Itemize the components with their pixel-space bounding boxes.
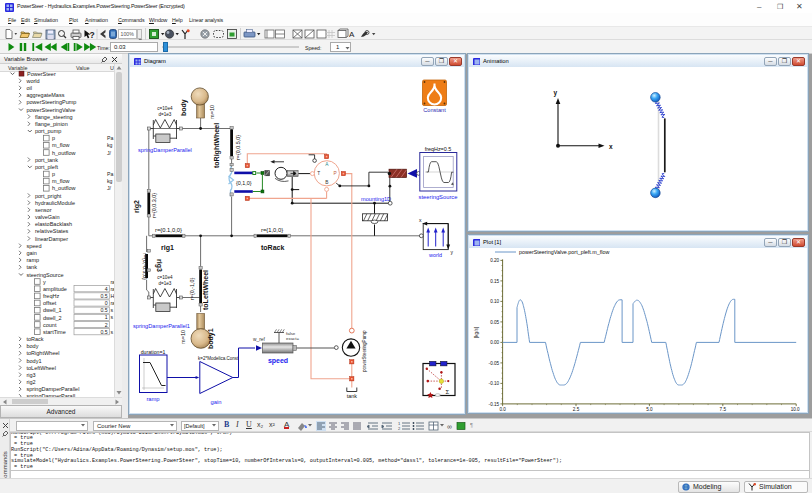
svg-text:y: y — [43, 279, 46, 285]
svg-text:s: s — [110, 314, 113, 320]
svg-text:Σ: Σ — [446, 389, 450, 395]
svg-text:gain: gain — [27, 250, 37, 256]
svg-text:w_ref: w_ref — [253, 337, 265, 342]
svg-text:10.0: 10.0 — [791, 407, 800, 411]
svg-text:r={0,0.3,0}: r={0,0.3,0} — [151, 193, 157, 218]
svg-text:7.5: 7.5 — [720, 407, 727, 411]
svg-text:springDamperParallel1: springDamperParallel1 — [133, 323, 190, 329]
svg-text:k=2*Modelica.Const: k=2*Modelica.Const — [198, 356, 239, 361]
svg-text:tank: tank — [347, 393, 357, 399]
svg-text:h_outflow: h_outflow — [52, 150, 76, 156]
svg-text:-0.10: -0.10 — [489, 381, 500, 386]
svg-text:exact=: exact= — [286, 336, 299, 341]
svg-text:toRightWheel: toRightWheel — [27, 350, 60, 356]
svg-text:rig2: rig2 — [133, 200, 141, 213]
svg-text:false: false — [286, 331, 296, 336]
svg-text:m=10: m=10 — [209, 105, 215, 119]
svg-text:P: P — [334, 171, 337, 176]
svg-text:2.5: 2.5 — [573, 407, 580, 411]
svg-text:∞: ∞ — [447, 423, 452, 430]
svg-text:5.0: 5.0 — [646, 407, 653, 411]
svg-text:body: body — [27, 343, 39, 349]
svg-text:port_pleft: port_pleft — [35, 164, 58, 170]
svg-text:2: 2 — [105, 322, 108, 328]
svg-text:powerSteeringValve: powerSteeringValve — [27, 107, 76, 113]
svg-text:steeringSource: steeringSource — [27, 272, 64, 278]
svg-text:kg: kg — [107, 142, 113, 148]
svg-text:PowerSteer: PowerSteer — [27, 71, 56, 77]
svg-text:dwell_2: dwell_2 — [43, 315, 62, 321]
svg-text:toLeftWheel: toLeftWheel — [202, 270, 209, 310]
svg-text:Pa: Pa — [107, 135, 113, 141]
svg-text:1: 1 — [105, 314, 108, 320]
svg-text:flange_steering: flange_steering — [35, 114, 73, 120]
svg-text:world: world — [428, 252, 442, 258]
svg-text:s: s — [110, 329, 113, 335]
svg-text:port_pump: port_pump — [35, 128, 61, 134]
svg-text:p: p — [52, 171, 55, 177]
svg-text:r={1,0,0}: r={1,0,0} — [261, 227, 283, 233]
svg-text:y: y — [554, 89, 558, 97]
svg-text:J/: J/ — [107, 150, 112, 156]
svg-text:tank: tank — [27, 264, 38, 270]
svg-text:mounting1D: mounting1D — [361, 196, 391, 202]
svg-text:{0,1,0}: {0,1,0} — [236, 180, 252, 186]
svg-text:0.15: 0.15 — [490, 279, 499, 284]
svg-text:ramp: ramp — [146, 396, 159, 402]
svg-text:toRack: toRack — [27, 336, 44, 342]
svg-text:toRack: toRack — [261, 244, 284, 251]
svg-text:r={0.1,0,0}: r={0.1,0,0} — [155, 227, 182, 233]
svg-text:body1: body1 — [207, 328, 215, 349]
svg-text:flange_pinion: flange_pinion — [35, 121, 68, 127]
svg-text:body: body — [180, 99, 188, 116]
svg-text:0: 0 — [105, 300, 108, 306]
svg-text:linearDamper: linearDamper — [35, 236, 68, 242]
svg-text:h_outflow: h_outflow — [52, 185, 76, 191]
svg-text:0.20: 0.20 — [490, 258, 499, 263]
svg-text:speed: speed — [27, 243, 42, 249]
svg-text:powerSteeringPump: powerSteeringPump — [362, 330, 367, 372]
svg-text:0.05: 0.05 — [490, 320, 499, 325]
svg-text:p: p — [52, 135, 55, 141]
svg-text:d=1e3: d=1e3 — [158, 281, 171, 286]
svg-text:0.5: 0.5 — [100, 307, 107, 313]
svg-text:0.0: 0.0 — [499, 407, 506, 411]
svg-text:valveGain: valveGain — [35, 214, 59, 220]
svg-text:r={0,-1,0}: r={0,-1,0} — [189, 277, 195, 300]
svg-text:[kg/s]: [kg/s] — [474, 327, 479, 338]
svg-text:freqHz=0.5: freqHz=0.5 — [425, 146, 452, 152]
svg-text:4: 4 — [105, 286, 108, 292]
svg-text:r={0,0.5,0}: r={0,0.5,0} — [235, 135, 241, 160]
svg-text:-0.15: -0.15 — [489, 402, 500, 407]
svg-text:oil: oil — [27, 85, 33, 91]
svg-text:?: ? — [90, 30, 95, 40]
svg-text:s: s — [110, 307, 113, 313]
svg-text:duration=1: duration=1 — [141, 349, 166, 355]
svg-text:0.5: 0.5 — [100, 329, 107, 335]
svg-text:T: T — [317, 171, 320, 176]
svg-text:powerSteeringValve.port_pleft.: powerSteeringValve.port_pleft.m_flow — [519, 249, 609, 255]
svg-text:J/: J/ — [107, 185, 112, 191]
svg-text:B: B — [325, 180, 328, 185]
svg-text:elastoBacklash: elastoBacklash — [35, 221, 72, 227]
svg-text:x: x — [609, 143, 613, 150]
svg-text:m_flow: m_flow — [52, 142, 69, 148]
svg-text:toLeftWheel: toLeftWheel — [27, 365, 56, 371]
svg-text:hydraulicModule: hydraulicModule — [35, 200, 75, 206]
svg-text:0.00: 0.00 — [490, 340, 499, 345]
svg-text:port_tank: port_tank — [35, 157, 58, 163]
svg-text:count: count — [43, 322, 57, 328]
svg-text:aggregateMass: aggregateMass — [27, 92, 65, 98]
svg-text:rig2: rig2 — [27, 379, 36, 385]
svg-text:rig1: rig1 — [161, 244, 174, 252]
svg-text:speed: speed — [268, 357, 288, 365]
svg-text:startTime: startTime — [43, 329, 66, 335]
svg-text:0.5: 0.5 — [100, 293, 107, 299]
svg-text:y: y — [451, 249, 454, 255]
svg-text:Constant: Constant — [423, 107, 446, 113]
svg-text:powerSteeringPump: powerSteeringPump — [27, 99, 77, 105]
svg-text:m_flow: m_flow — [52, 178, 69, 184]
svg-text:offset: offset — [43, 300, 57, 306]
svg-text:kg: kg — [107, 178, 113, 184]
svg-text:relativeStates: relativeStates — [35, 228, 69, 234]
